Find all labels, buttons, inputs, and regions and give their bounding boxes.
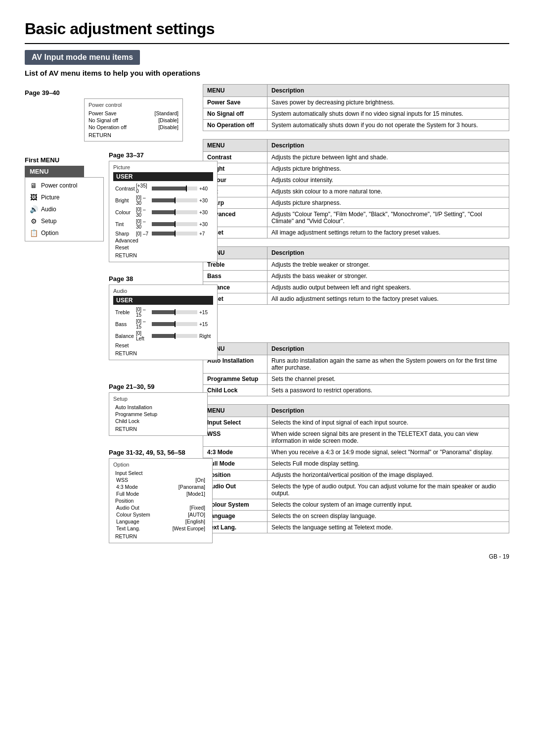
menu-item-picture[interactable]: 🖼 Picture <box>25 191 103 203</box>
picture-table-header-desc: Description <box>267 140 509 152</box>
power-save-label: Power Save <box>203 97 267 108</box>
balance-bar <box>152 334 197 338</box>
treble-row: Treble [0] –15 +15 <box>113 306 213 318</box>
audio-table-header-desc: Description <box>267 247 509 259</box>
return-btn-option[interactable]: RETURN <box>113 533 208 540</box>
return-btn-setup[interactable]: RETURN <box>113 425 203 432</box>
first-menu-items: 🖥 Power control 🖼 Picture 🔊 Audio ⚙ <box>25 177 104 241</box>
setup-table: MENU Description Auto Installation Runs … <box>203 342 509 396</box>
coloursystem-row: Colour System[AUTO] <box>113 511 208 518</box>
table-row: Tint Adjusts skin colour to a more natur… <box>203 186 509 197</box>
table-row: Auto Installation Runs auto installation… <box>203 355 509 374</box>
power-table-header-menu: MENU <box>203 85 267 97</box>
43mode-row: 4:3 Mode[Panorama] <box>113 483 208 490</box>
first-menu-section: First MENU MENU 🖥 Power control 🖼 Pictur… <box>25 151 104 548</box>
treble-bar <box>152 310 197 314</box>
table-row: Treble Adjusts the treble weaker or stro… <box>203 259 509 271</box>
table-row: Reset All audio adjustment settings retu… <box>203 293 509 305</box>
page-label-power: Page 39–40 <box>25 89 193 96</box>
setup-screen: Setup Auto Installation Programme Setup … <box>109 392 208 436</box>
first-menu-label: First MENU <box>25 156 104 164</box>
table-row: Language Selects the on screen display l… <box>203 511 509 522</box>
sharp-bar <box>152 232 197 236</box>
bright-bar <box>152 198 197 202</box>
option-screen-title: Option <box>113 462 208 468</box>
wss-row: WSS[On] <box>113 476 208 483</box>
bass-row: Bass [0] –15 +15 <box>113 318 213 330</box>
menu-item-audio[interactable]: 🔊 Audio <box>25 203 103 215</box>
table-row: Full Mode Selects Full mode display sett… <box>203 458 509 470</box>
menu-item-setup-label: Setup <box>41 218 56 225</box>
menu-item-option[interactable]: 📋 Option <box>25 227 103 239</box>
table-row: Colour Adjusts colour intensity. <box>203 175 509 186</box>
table-row: Child Lock Sets a password to restrict o… <box>203 385 509 396</box>
menu-item-picture-label: Picture <box>41 194 59 201</box>
advanced-row: Advanced <box>113 237 213 244</box>
setup-table-header-desc: Description <box>267 343 509 355</box>
page-block-picture: Page 33–37 Picture USER Contrast [+35] 0 <box>109 146 218 264</box>
page-block-audio: Page 38 Audio USER Treble [0] –15 <box>109 270 218 362</box>
input-select-row: Input Select <box>113 470 208 476</box>
screen-title-power: Power control <box>89 102 178 108</box>
screens-area: Page 33–37 Picture USER Contrast [+35] 0 <box>109 146 218 548</box>
setup-icon: ⚙ <box>29 217 38 226</box>
table-row: WSS When wide screen signal bits are pre… <box>203 428 509 447</box>
page-block-power: Page 39–40 Power control Power Save[Stan… <box>25 84 193 143</box>
colour-row: Colour [0] –30 +30 <box>113 206 213 218</box>
no-operation-label: No Operation off <box>203 120 267 131</box>
table-row: Reset All image adjustment settings retu… <box>203 227 509 238</box>
first-menu-area: First MENU MENU 🖥 Power control 🖼 Pictur… <box>25 146 193 548</box>
main-title: Basic adjustment settings <box>25 20 509 38</box>
spacer <box>203 313 509 342</box>
page-label-setup: Page 21–30, 59 <box>109 383 218 390</box>
power-table-header-desc: Description <box>267 85 509 97</box>
right-column: MENU Description Power Save Saves power … <box>203 84 509 541</box>
no-signal-label: No Signal off <box>203 108 267 120</box>
table-row: Sharp Adjusts picture sharpness. <box>203 197 509 209</box>
option-screen: Option Input Select WSS[On] 4:3 Mode[Pan… <box>109 458 213 543</box>
picture-icon: 🖼 <box>29 193 38 202</box>
sharp-row: Sharp [0] –7 +7 <box>113 230 213 237</box>
table-row: Text Lang. Selects the language setting … <box>203 522 509 533</box>
return-btn-power[interactable]: RETURN <box>89 132 178 138</box>
no-operation-desc: System automatically shuts down if you d… <box>267 120 509 131</box>
bass-bar <box>152 322 197 326</box>
menu-item-setup[interactable]: ⚙ Setup <box>25 215 103 227</box>
menu-item-power[interactable]: 🖥 Power control <box>25 180 103 191</box>
audio-user-bar: USER <box>113 296 213 305</box>
language-row: Language[English] <box>113 518 208 525</box>
table-row: Contrast Adjusts the picture between lig… <box>203 152 509 163</box>
menu-item-option-label: Option <box>41 230 58 236</box>
page-label-audio: Page 38 <box>109 275 218 283</box>
menu-item-power-label: Power control <box>41 182 77 189</box>
page-label-picture: Page 33–37 <box>109 151 218 159</box>
return-btn-picture[interactable]: RETURN <box>113 252 213 259</box>
title-divider <box>25 43 509 44</box>
picture-screen: Picture USER Contrast [+35] 0 +40 <box>109 161 218 262</box>
bright-row: Bright [0] –30 +30 <box>113 194 213 206</box>
table-row: Colour System Selects the colour system … <box>203 499 509 511</box>
power-row-1: Power Save[Standard] <box>89 110 178 117</box>
table-row: Programme Setup Sets the channel preset. <box>203 374 509 385</box>
option-table-header-desc: Description <box>267 405 509 417</box>
auto-install-row: Auto Installation <box>113 404 203 411</box>
picture-table: MENU Description Contrast Adjusts the pi… <box>203 139 509 238</box>
picture-screen-title: Picture <box>113 164 213 170</box>
reset-row-picture: Reset <box>113 244 213 251</box>
audioout-row: Audio Out[Fixed] <box>113 504 208 511</box>
table-row: Balance Adjusts audio output between lef… <box>203 282 509 293</box>
table-row: Power Save Saves power by decreasing pic… <box>203 97 509 108</box>
programme-setup-row: Programme Setup <box>113 411 203 418</box>
tint-row: Tint [0] –30 +30 <box>113 218 213 230</box>
return-btn-audio[interactable]: RETURN <box>113 350 213 357</box>
audio-icon: 🔊 <box>29 205 38 214</box>
power-icon: 🖥 <box>29 181 38 190</box>
table-row: Position Adjusts the horizontal/vertical… <box>203 470 509 481</box>
contrast-row: Contrast [+35] 0 +40 <box>113 183 213 194</box>
page-label-option: Page 31-32, 49, 53, 56–58 <box>109 449 218 456</box>
fullmode-row: Full Mode[Mode1] <box>113 490 208 497</box>
option-table: MENU Description Input Select Selects th… <box>203 404 509 533</box>
table-row: Bass Adjusts the bass weaker or stronger… <box>203 271 509 282</box>
reset-row-audio: Reset <box>113 342 213 349</box>
contrast-bar <box>152 187 197 190</box>
